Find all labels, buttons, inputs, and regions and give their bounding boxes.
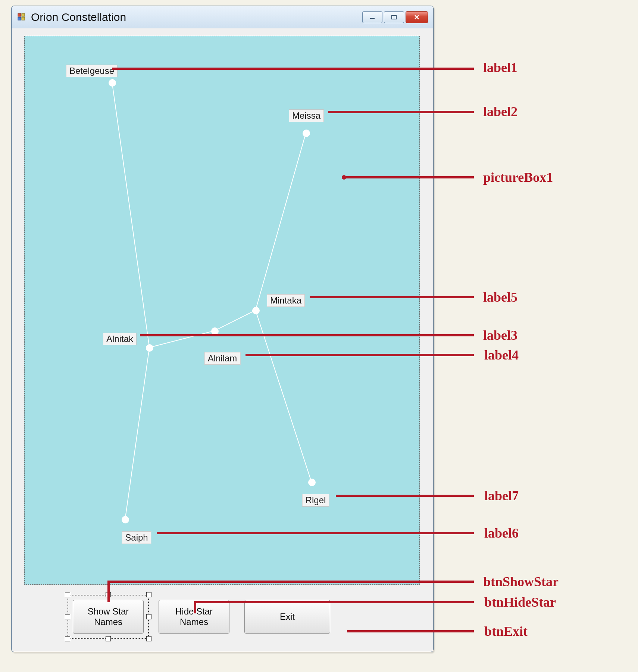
svg-rect-2 <box>18 17 21 20</box>
show-star-names-label: Show Star Names <box>88 606 129 627</box>
svg-rect-3 <box>22 17 25 20</box>
window-title: Orion Constellation <box>31 11 126 24</box>
ann-line-hidestar <box>194 601 474 603</box>
ann-line-label3 <box>140 334 474 336</box>
ann-line-label4 <box>245 354 474 356</box>
svg-line-9 <box>256 133 306 310</box>
svg-rect-5 <box>392 15 396 19</box>
annotation-label3: label3 <box>483 327 517 343</box>
show-star-names-button[interactable]: Show Star Names <box>73 600 144 634</box>
label3: Alnitak <box>103 333 137 345</box>
svg-line-11 <box>149 331 215 348</box>
constellation-lines <box>25 36 419 584</box>
label6: Saiph <box>122 531 151 544</box>
annotation-btnexit: btnExit <box>484 623 528 639</box>
star-rigel <box>308 479 316 486</box>
exit-button[interactable]: Exit <box>244 600 330 634</box>
app-icon <box>17 12 26 22</box>
svg-line-10 <box>215 310 256 331</box>
star-alnilam <box>211 327 219 335</box>
star-meissa <box>303 130 310 137</box>
ann-line-label7 <box>336 495 474 497</box>
diagram-stage: Orion Constellation <box>0 0 638 672</box>
star-alnitak <box>146 344 153 352</box>
close-button[interactable] <box>406 11 428 23</box>
svg-line-12 <box>125 348 149 519</box>
ann-line-label1 <box>112 68 474 70</box>
annotation-btnshowstar: btnShowStar <box>483 574 559 589</box>
label7: Rigel <box>302 494 329 507</box>
svg-rect-0 <box>18 13 21 16</box>
annotation-picturebox: pictureBox1 <box>483 169 553 185</box>
picturebox: Betelgeuse Meissa Mintaka Alnitak Alnila… <box>24 36 420 585</box>
annotation-label2: label2 <box>483 104 517 119</box>
window-controls <box>362 11 428 23</box>
ann-line-label5 <box>310 296 474 298</box>
ann-line-picturebox <box>344 176 474 178</box>
label2: Meissa <box>289 109 324 122</box>
ann-line-showstar <box>107 581 474 583</box>
annotation-label4: label4 <box>484 347 519 363</box>
annotation-label6: label6 <box>484 525 519 541</box>
annotation-label1: label1 <box>483 60 517 75</box>
maximize-button[interactable] <box>384 11 404 23</box>
ann-line-label6 <box>157 532 474 534</box>
form-body: Betelgeuse Meissa Mintaka Alnitak Alnila… <box>17 28 428 647</box>
label4: Alnilam <box>204 352 241 365</box>
star-betelgeuse <box>109 79 116 87</box>
annotation-label5: label5 <box>483 289 517 305</box>
star-mintaka <box>252 307 260 314</box>
label1: Betelgeuse <box>66 65 118 77</box>
exit-label: Exit <box>280 612 295 622</box>
annotation-label7: label7 <box>484 488 519 504</box>
ann-line-v-showstar <box>107 582 110 602</box>
ann-line-label2 <box>328 111 474 113</box>
svg-line-8 <box>112 83 150 348</box>
ann-line-v-hidestar <box>194 602 196 613</box>
designer-selection: Show Star Names <box>73 600 144 634</box>
ann-line-btnexit <box>347 630 474 632</box>
svg-rect-1 <box>22 13 25 16</box>
titlebar[interactable]: Orion Constellation <box>12 6 433 28</box>
annotation-btnhidestar: btnHideStar <box>484 594 556 610</box>
label5: Mintaka <box>267 294 305 307</box>
star-saiph <box>122 516 129 523</box>
minimize-button[interactable] <box>362 11 382 23</box>
app-window: Orion Constellation <box>11 6 434 652</box>
